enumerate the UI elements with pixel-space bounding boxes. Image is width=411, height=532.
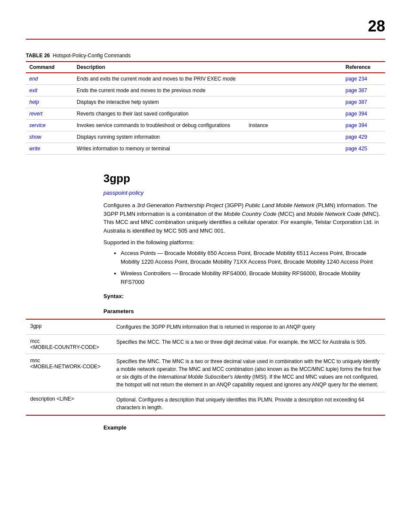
list-item: Wireless Controllers — Brocade Mobility … <box>121 269 385 286</box>
table-row: revertReverts changes to their last save… <box>26 108 385 120</box>
command-cell: exit <box>26 85 73 96</box>
param-desc-cell: Configures the 3GPP PLMN information tha… <box>112 319 385 335</box>
commands-table: Command Description Reference endEnds an… <box>26 61 385 155</box>
table-row: exitEnds the current mode and moves to t… <box>26 85 385 96</box>
command-cell: service <box>26 120 73 131</box>
param-name-cell: 3gpp <box>26 319 112 335</box>
param-name-cell: description <LINE> <box>26 392 112 416</box>
description-cell: Reverts changes to their last saved conf… <box>73 108 342 120</box>
description-cell: Displays running system information <box>73 131 342 143</box>
supported-text: Supported in the following platforms: <box>26 239 385 246</box>
params-row: mnc<MOBILE-NETWORK-CODE>Specifies the MN… <box>26 354 385 392</box>
example-label: Example <box>26 424 385 431</box>
params-row: description <LINE>Optional. Configures a… <box>26 392 385 416</box>
description-cell: Displays the interactive help system <box>73 96 342 108</box>
command-cell: revert <box>26 108 73 120</box>
reference-cell: page 425 <box>342 143 385 155</box>
description-cell: Ends and exits the current mode and move… <box>73 73 342 85</box>
command-cell: show <box>26 131 73 143</box>
col-header-reference: Reference <box>342 62 385 73</box>
platform-list: Access Points — Brocade Mobility 650 Acc… <box>26 249 385 286</box>
reference-cell: page 387 <box>342 85 385 96</box>
section-title: 3gpp <box>26 172 385 185</box>
param-name-cell: mcc<MOBILE-COUNTRY-CODE> <box>26 335 112 354</box>
command-cell: write <box>26 143 73 155</box>
table-row: serviceInvokes service commands to troub… <box>26 120 385 131</box>
param-desc-cell: Specifies the MCC. The MCC is a two or t… <box>112 335 385 354</box>
param-desc-cell: Optional. Configures a description that … <box>112 392 385 416</box>
param-name-cell: mnc<MOBILE-NETWORK-CODE> <box>26 354 112 392</box>
list-item: Access Points — Brocade Mobility 650 Acc… <box>121 249 385 266</box>
param-desc-cell: Specifies the MNC. The MNC is a two or t… <box>112 354 385 392</box>
description-cell: Writes information to memory or terminal <box>73 143 342 155</box>
col-header-command: Command <box>26 62 73 73</box>
syntax-label: Syntax: <box>26 293 385 299</box>
passpoint-link[interactable]: passpoint-policy <box>26 190 385 196</box>
reference-cell: page 394 <box>342 108 385 120</box>
table-row: helpDisplays the interactive help system… <box>26 96 385 108</box>
command-cell: help <box>26 96 73 108</box>
reference-cell: page 387 <box>342 96 385 108</box>
reference-cell: page 429 <box>342 131 385 143</box>
body-paragraph: Configures a 3rd Generation Partnership … <box>26 201 385 235</box>
col-header-description: Description <box>73 62 342 73</box>
params-label: Parameters <box>26 308 385 314</box>
params-table: 3gppConfigures the 3GPP PLMN information… <box>26 319 385 416</box>
page-number: 28 <box>26 17 385 40</box>
command-cell: end <box>26 73 73 85</box>
reference-cell: page 234 <box>342 73 385 85</box>
reference-cell: page 394 <box>342 120 385 131</box>
description-cell: Ends the current mode and moves to the p… <box>73 85 342 96</box>
params-row: mcc<MOBILE-COUNTRY-CODE>Specifies the MC… <box>26 335 385 354</box>
params-row: 3gppConfigures the 3GPP PLMN information… <box>26 319 385 335</box>
table-label: TABLE 26 Hotspot-Policy-Config Commands <box>26 53 385 59</box>
table-row: endEnds and exits the current mode and m… <box>26 73 385 85</box>
description-cell: Invokes service commands to troubleshoot… <box>73 120 342 131</box>
table-row: showDisplays running system informationp… <box>26 131 385 143</box>
table-row: writeWrites information to memory or ter… <box>26 143 385 155</box>
